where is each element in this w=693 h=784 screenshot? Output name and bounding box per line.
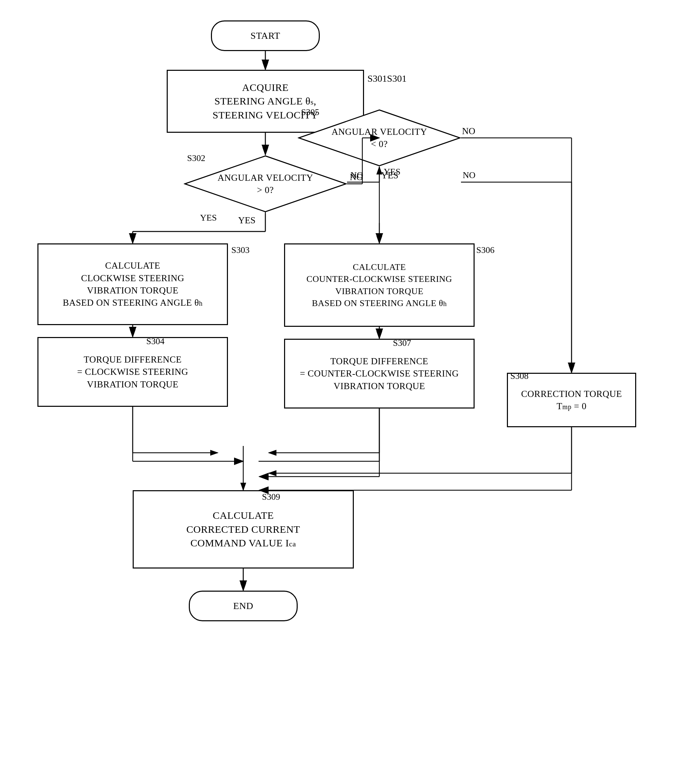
s307-step: S307 <box>393 338 411 348</box>
s305-no-label: NO <box>463 170 476 180</box>
s305-diamond: ANGULAR VELOCITY < 0? <box>298 109 461 167</box>
s309-label: CALCULATE CORRECTED CURRENT COMMAND VALU… <box>186 509 300 550</box>
s302-no-text: NO <box>350 172 363 183</box>
s304-node: TORQUE DIFFERENCE = CLOCKWISE STEERING V… <box>38 337 228 407</box>
s307-node: TORQUE DIFFERENCE = COUNTER-CLOCKWISE ST… <box>284 339 475 408</box>
s303-step: S303 <box>232 245 250 255</box>
s301-step: S301S301 <box>368 73 407 84</box>
s302-yes-text: YES <box>238 215 256 226</box>
end-label: END <box>233 600 253 613</box>
s306-step: S306 <box>476 245 494 255</box>
s303-node: CALCULATE CLOCKWISE STEERING VIBRATION T… <box>38 244 228 325</box>
s305-yes-text: YES <box>381 170 398 181</box>
s306-node: CALCULATE COUNTER-CLOCKWISE STEERING VIB… <box>284 244 475 327</box>
s305-label: ANGULAR VELOCITY < 0? <box>332 126 427 150</box>
s305-step: S305 <box>301 107 319 117</box>
s303-label: CALCULATE CLOCKWISE STEERING VIBRATION T… <box>63 259 203 309</box>
s309-step: S309 <box>262 492 280 502</box>
s302-yes-label: YES <box>200 213 217 223</box>
s306-label: CALCULATE COUNTER-CLOCKWISE STEERING VIB… <box>307 261 452 309</box>
s308-label: CORRECTION TORQUE Tmp = 0 <box>521 388 622 413</box>
s307-label: TORQUE DIFFERENCE = COUNTER-CLOCKWISE ST… <box>300 355 458 392</box>
s302-label: ANGULAR VELOCITY > 0? <box>217 171 313 196</box>
end-node: END <box>189 591 298 621</box>
flowchart: START ACQUIRE STEERING ANGLE θs, STEERIN… <box>0 0 693 784</box>
s304-step: S304 <box>146 336 164 347</box>
s308-step: S308 <box>510 371 528 381</box>
start-label: START <box>250 29 280 42</box>
s304-label: TORQUE DIFFERENCE = CLOCKWISE STEERING V… <box>77 353 189 390</box>
start-node: START <box>211 20 320 51</box>
s302-step: S302 <box>187 153 205 163</box>
s309-node: CALCULATE CORRECTED CURRENT COMMAND VALU… <box>133 490 354 568</box>
s305-no-text: NO <box>462 126 475 137</box>
